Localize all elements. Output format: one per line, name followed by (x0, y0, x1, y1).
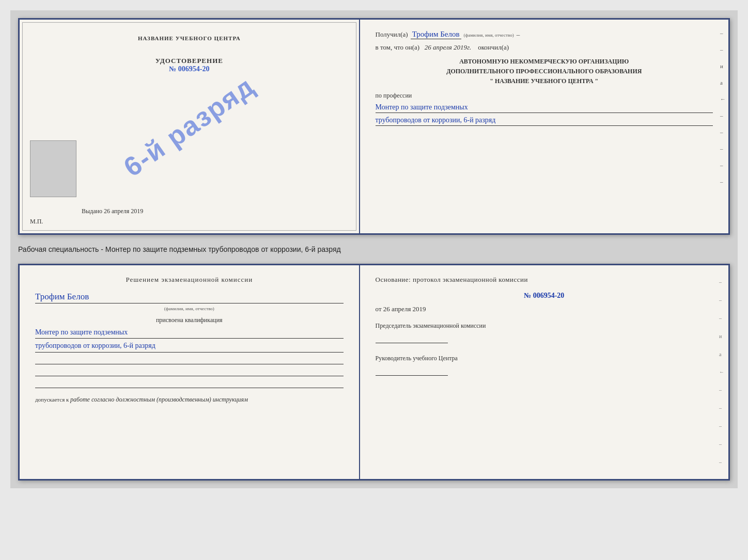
allowed-handwritten: работе согласно должностным (производств… (70, 396, 248, 403)
certificate-bottom: Решением экзаменационной комиссии Трофим… (18, 264, 730, 481)
org-name-top: НАЗВАНИЕ УЧЕБНОГО ЦЕНТРА (138, 35, 241, 41)
qualification-label: присвоена квалификация (35, 316, 344, 324)
cert-right-panel: Получил(а) Трофим Белов (фамилия, имя, о… (360, 20, 728, 233)
profession-line2-top: трубопроводов от коррозии, 6-й разряд (376, 115, 713, 126)
photo-placeholder (30, 140, 76, 197)
issue-date-left: Выдано 26 апреля 2019 (82, 207, 143, 215)
full-name-bottom: Трофим Белов (35, 292, 344, 303)
protocol-number: № 006954-20 (376, 292, 713, 300)
specialty-text: Рабочая специальность - Монтер по защите… (18, 243, 730, 256)
certificate-top: НАЗВАНИЕ УЧЕБНОГО ЦЕНТРА 6-й разряд УДОС… (18, 18, 730, 235)
cert-bottom-right: Основание: протокол экзаменационной коми… (360, 265, 728, 479)
qual-line1: Монтер по защите подземных (35, 327, 344, 339)
cert-title: УДОСТОВЕРЕНИЕ (155, 57, 223, 65)
chairman-block: Председатель экзаменационной комиссии (376, 321, 713, 343)
chairman-signature-line (376, 333, 448, 343)
cert-left-panel: НАЗВАНИЕ УЧЕБНОГО ЦЕНТРА 6-й разряд УДОС… (20, 20, 360, 233)
profession-label-top: по профессии (376, 92, 713, 100)
protocol-date: от 26 апреля 2019 (376, 305, 713, 313)
profession-line1-top: Монтер по защите подземных (376, 102, 713, 113)
stamp-overlay: 6-й разряд (118, 70, 260, 183)
date-value-top: 26 апреля 2019г. (425, 43, 471, 51)
date-line-top: в том, что он(а) 26 апреля 2019г. окончи… (376, 43, 713, 52)
director-block: Руководитель учебного Центра (376, 354, 713, 376)
blank-line-1 (35, 355, 344, 364)
basis-label: Основание: протокол экзаменационной коми… (376, 276, 713, 284)
decision-title: Решением экзаменационной комиссии (35, 276, 344, 284)
page-wrapper: НАЗВАНИЕ УЧЕБНОГО ЦЕНТРА 6-й разряд УДОС… (10, 10, 738, 488)
org-block-top: АВТОНОМНУЮ НЕКОММЕРЧЕСКУЮ ОРГАНИЗАЦИЮ ДО… (376, 57, 713, 87)
mp-label: М.П. (30, 218, 43, 226)
director-signature-line (376, 365, 448, 376)
right-margin-lines-top: – – и а ← – – – – – (720, 30, 726, 185)
border-deco-bottom: – – – и а ← – – – – – (719, 265, 724, 479)
fio-sub-top: (фамилия, имя, отчество) (464, 33, 514, 38)
recipient-name: Трофим Белов (411, 30, 461, 39)
cert-number-section: УДОСТОВЕРЕНИЕ № 006954-20 (155, 57, 223, 73)
allowed-text: допускается к работе согласно должностны… (35, 396, 344, 404)
fio-label-bottom: (фамилия, имя, отчество) (35, 306, 344, 311)
cert-number: № 006954-20 (155, 65, 223, 73)
qual-line2: трубопроводов от коррозии, 6-й разряд (35, 340, 344, 352)
cert-bottom-left: Решением экзаменационной комиссии Трофим… (20, 265, 360, 479)
blank-line-2 (35, 367, 344, 376)
blank-line-3 (35, 379, 344, 388)
received-line: Получил(а) Трофим Белов (фамилия, имя, о… (376, 30, 713, 39)
